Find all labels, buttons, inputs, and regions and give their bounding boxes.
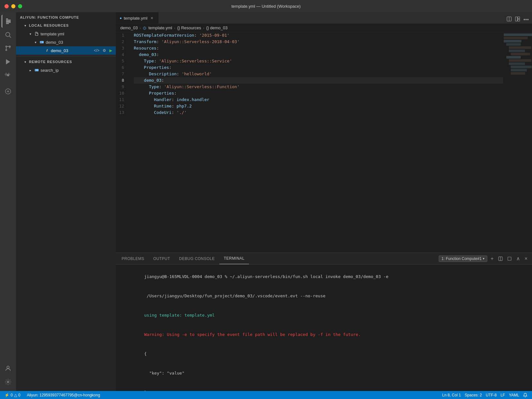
function-icon: f <box>44 48 50 53</box>
sidebar-title: ALIYUN: FUNCTION COMPUTE <box>16 12 116 21</box>
editor-layout-icon[interactable] <box>514 16 521 23</box>
activity-account-icon[interactable] <box>2 362 14 375</box>
terminal-session-dropdown[interactable]: 1: Function Compute#1 ▾ <box>439 255 488 262</box>
sidebar-item-template-yml[interactable]: template.yml <box>16 30 116 38</box>
chevron-down-icon: ▾ <box>483 257 484 260</box>
status-account-label: Aliyun: 1295939377467795@cn-hongkong <box>27 393 100 397</box>
split-editor-icon[interactable] <box>506 16 512 23</box>
new-terminal-button[interactable]: + <box>489 255 495 262</box>
svg-point-18 <box>35 70 36 70</box>
chevron-down-icon <box>28 31 33 36</box>
activity-explorer-icon[interactable] <box>2 15 14 28</box>
status-remote-indicator[interactable]: ⚡ 0 △ 0 <box>3 391 22 399</box>
terminal-output[interactable]: jiangyu@B-165MLVDL-0004 demo_03 % ~/.ali… <box>116 264 532 391</box>
minimize-button[interactable] <box>11 4 15 8</box>
line-num-10: 10 <box>116 90 127 97</box>
svg-rect-11 <box>7 74 9 76</box>
svg-point-12 <box>7 366 9 368</box>
code-editor[interactable]: 1 2 3 4 5 6 7 8 9 10 11 12 13 <box>116 32 503 253</box>
code-line-6: Properties: <box>134 64 503 71</box>
status-encoding[interactable]: UTF-8 <box>484 391 499 399</box>
function-code-button[interactable]: </> <box>93 48 100 53</box>
status-language-label: YAML <box>509 393 519 397</box>
maximize-button[interactable] <box>18 4 22 8</box>
status-spaces[interactable]: Spaces: 2 <box>463 391 484 399</box>
breadcrumb-sep-3: › <box>203 26 204 30</box>
status-bar-left: ⚡ 0 △ 0 Aliyun: 1295939377467795@cn-hong… <box>3 391 102 399</box>
minimap-content <box>503 32 532 100</box>
line-num-11: 11 <box>116 97 127 103</box>
line-num-13: 13 <box>116 109 127 116</box>
svg-rect-29 <box>509 46 531 49</box>
svg-rect-37 <box>511 72 525 75</box>
breadcrumb-demo03[interactable]: demo_03 <box>120 25 138 30</box>
svg-rect-26 <box>504 37 528 39</box>
tab-template-yml[interactable]: ● template.yml × <box>116 12 159 23</box>
tab-problems[interactable]: PROBLEMS <box>117 253 149 264</box>
activity-extensions-icon[interactable] <box>2 69 14 82</box>
panel-tabs: PROBLEMS OUTPUT DEBUG CONSOLE TERMINAL 1… <box>116 253 532 264</box>
line-num-1: 1 <box>116 32 127 39</box>
status-language[interactable]: YAML <box>507 391 521 399</box>
function-config-button[interactable]: ⚙ <box>102 48 107 53</box>
activity-aliyun-icon[interactable] <box>2 85 14 98</box>
panel-scroll-up-button[interactable]: ∧ <box>515 255 521 262</box>
terminal-line-2: using template: template.yml <box>119 306 529 325</box>
svg-rect-31 <box>511 53 530 55</box>
code-line-10: Properties: <box>134 90 503 97</box>
activity-debug-icon[interactable] <box>2 55 14 68</box>
tab-close-button[interactable]: × <box>149 15 154 21</box>
svg-point-13 <box>7 381 9 383</box>
split-terminal-button[interactable] <box>497 256 504 262</box>
status-errors: 0 <box>11 393 13 397</box>
status-notifications[interactable] <box>521 391 529 399</box>
chevron-down-icon <box>23 23 28 28</box>
breadcrumb-template-yml[interactable]: template.yml <box>143 25 172 30</box>
activity-scm-icon[interactable] <box>2 42 14 55</box>
line-num-12: 12 <box>116 103 127 109</box>
sidebar-remote-resources[interactable]: REMOTE RESOURCES <box>16 58 116 66</box>
status-encoding-label: UTF-8 <box>486 393 497 397</box>
svg-rect-35 <box>511 66 532 68</box>
sidebar: ALIYUN: FUNCTION COMPUTE LOCAL RESOURCES… <box>16 12 116 391</box>
svg-rect-2 <box>6 21 11 22</box>
sidebar-item-demo03-service[interactable]: demo_03 <box>16 38 116 46</box>
sidebar-item-search-ip[interactable]: search_ip <box>16 66 116 74</box>
breadcrumb-resources[interactable]: {} Resources <box>177 25 201 30</box>
demo03-service-label: demo_03 <box>46 40 63 45</box>
code-line-8: demo_03: <box>134 77 503 84</box>
minimap <box>503 32 532 253</box>
status-warnings: 0 <box>18 393 21 397</box>
tab-output[interactable]: OUTPUT <box>149 253 175 264</box>
window-title: template.yml — Untitled (Workspace) <box>231 4 300 9</box>
sidebar-local-resources[interactable]: LOCAL RESOURCES <box>16 21 116 30</box>
more-actions-icon[interactable]: ••• <box>523 16 529 23</box>
remote-service-icon <box>34 68 39 73</box>
terminal-line-1b: /Users/jiangyu/Desktop/fun_project/demo_… <box>119 286 529 306</box>
title-bar: template.yml — Untitled (Workspace) <box>0 0 532 12</box>
tab-debug-console[interactable]: DEBUG CONSOLE <box>175 253 219 264</box>
svg-rect-32 <box>506 56 521 59</box>
breadcrumb: demo_03 › template.yml › {} Resources › … <box>116 24 532 32</box>
line-num-5: 5 <box>116 58 127 64</box>
function-run-button[interactable]: ▶ <box>108 48 113 53</box>
status-position[interactable]: Ln 8, Col 1 <box>440 391 463 399</box>
svg-rect-4 <box>6 23 9 24</box>
status-account[interactable]: Aliyun: 1295939377467795@cn-hongkong <box>25 391 102 399</box>
svg-rect-21 <box>516 17 518 21</box>
breadcrumb-sep-2: › <box>174 26 175 30</box>
tab-terminal[interactable]: TERMINAL <box>219 253 249 264</box>
status-position-label: Ln 8, Col 1 <box>442 393 461 397</box>
tab-modified-icon: ● <box>120 16 122 20</box>
activity-settings-icon[interactable] <box>2 376 14 388</box>
breadcrumb-demo03-2[interactable]: {} demo_03 <box>206 25 228 30</box>
svg-rect-40 <box>508 257 511 260</box>
close-panel-button[interactable]: × <box>523 255 529 262</box>
status-eol[interactable]: LF <box>499 391 507 399</box>
close-button[interactable] <box>5 4 9 8</box>
activity-search-icon[interactable] <box>2 28 14 41</box>
sidebar-item-demo03-function[interactable]: f demo_03 </> ⚙ ▶ <box>16 46 116 55</box>
svg-rect-0 <box>6 19 8 19</box>
kill-terminal-button[interactable] <box>506 256 513 262</box>
main-area: ● template.yml × ••• demo_03 › template.… <box>116 12 532 391</box>
